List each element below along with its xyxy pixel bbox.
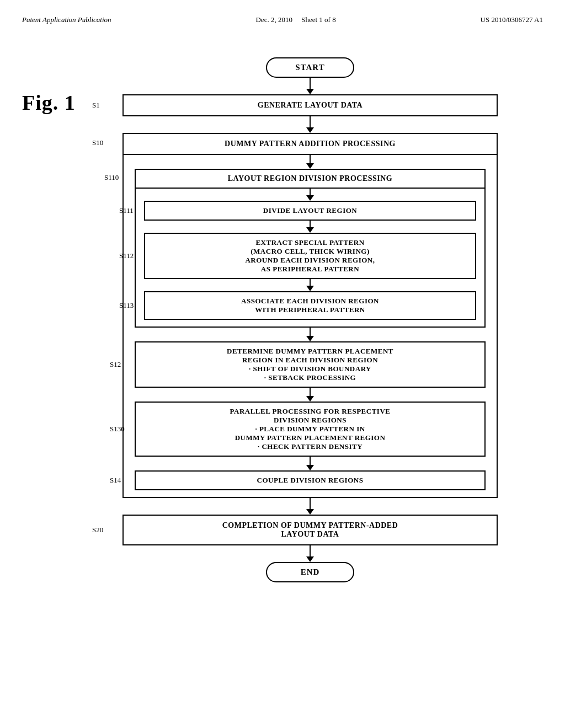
a8 (306, 396, 314, 402)
s110-header: LAYOUT REGION DIVISION PROCESSING (136, 170, 484, 189)
header-date: Dec. 2, 2010 (255, 15, 292, 24)
s110-wrapper: S110 LAYOUT REGION DIVISION PROCESSING (135, 169, 486, 328)
a4 (306, 195, 314, 201)
s12-label: S12 (110, 360, 121, 369)
connector-line-2 (310, 116, 311, 127)
header-publication-label: Patent Application Publication (22, 15, 111, 24)
c8 (310, 388, 311, 396)
arrow-down (306, 89, 314, 94)
c4 (310, 189, 311, 195)
c10 (310, 498, 311, 509)
s14-box: COUPLE DIVISION REGIONS (135, 470, 486, 490)
a10 (306, 509, 314, 515)
s1-box: GENERATE LAYOUT DATA (122, 94, 498, 116)
a5 (306, 227, 314, 233)
s1-row: S1 GENERATE LAYOUT DATA (122, 94, 498, 116)
s113-box: ASSOCIATE EACH DIVISION REGION WITH PERI… (144, 291, 476, 320)
s112-row: S112 EXTRACT SPECIAL PATTERN (MACRO CELL… (144, 233, 476, 279)
s10-header: DUMMY PATTERN ADDITION PROCESSING (124, 134, 497, 155)
header-sheet: Sheet 1 of 8 (301, 15, 335, 24)
s130-label: S130 (110, 425, 125, 433)
flowchart: START S1 GENERATE LAYOUT DATA S10 DUMMY … (122, 57, 498, 582)
c3 (310, 155, 311, 163)
a9 (306, 465, 314, 470)
s111-label: S111 (119, 206, 134, 215)
s113-label: S113 (119, 301, 134, 310)
a7 (306, 336, 314, 341)
s130-row: S130 PARALLEL PROCESSING FOR RESPECTIVE … (135, 402, 486, 457)
page-header: Patent Application Publication Dec. 2, 2… (22, 11, 543, 35)
s110-label: S110 (104, 173, 119, 182)
s1-label: S1 (92, 101, 100, 110)
s111-box: DIVIDE LAYOUT REGION (144, 201, 476, 221)
diagram-area: Fig. 1 START S1 GENERATE LAYOUT DATA S10… (22, 57, 543, 582)
a11 (306, 556, 314, 562)
s10-group: DUMMY PATTERN ADDITION PROCESSING S110 L… (122, 133, 498, 498)
s20-row: S20 COMPLETION OF DUMMY PATTERN-ADDED LA… (122, 515, 498, 545)
s112-box: EXTRACT SPECIAL PATTERN (MACRO CELL, THI… (144, 233, 476, 279)
a3 (306, 163, 314, 169)
page: Patent Application Publication Dec. 2, 2… (0, 0, 565, 728)
s14-row: S14 COUPLE DIVISION REGIONS (135, 470, 486, 490)
arrow-down-2 (306, 127, 314, 133)
s110-group: LAYOUT REGION DIVISION PROCESSING S111 D… (135, 169, 486, 328)
figure-label: Fig. 1 (22, 90, 76, 115)
c7 (310, 328, 311, 336)
c11 (310, 545, 311, 556)
s10-label: S10 (92, 138, 103, 147)
s10-content: S110 LAYOUT REGION DIVISION PROCESSING (124, 155, 497, 497)
s20-box: COMPLETION OF DUMMY PATTERN-ADDED LAYOUT… (122, 515, 498, 545)
start-terminal: START (266, 57, 354, 78)
s14-label: S14 (110, 476, 121, 485)
c6 (310, 279, 311, 286)
s12-box: DETERMINE DUMMY PATTERN PLACEMENT REGION… (135, 341, 486, 388)
s12-row: S12 DETERMINE DUMMY PATTERN PLACEMENT RE… (135, 341, 486, 388)
s112-label: S112 (119, 251, 134, 260)
s130-box: PARALLEL PROCESSING FOR RESPECTIVE DIVIS… (135, 402, 486, 457)
header-date-sheet: Dec. 2, 2010 Sheet 1 of 8 (255, 15, 335, 24)
header-patent-number: US 2010/0306727 A1 (481, 15, 543, 24)
c5 (310, 221, 311, 227)
s113-row: S113 ASSOCIATE EACH DIVISION REGION WITH… (144, 291, 476, 320)
s110-content: S111 DIVIDE LAYOUT REGION S112 (136, 189, 484, 326)
s111-row: S111 DIVIDE LAYOUT REGION (144, 201, 476, 221)
c9 (310, 457, 311, 465)
a6 (306, 286, 314, 291)
s10-wrapper: S10 DUMMY PATTERN ADDITION PROCESSING S1… (122, 133, 498, 498)
end-terminal: END (266, 562, 354, 582)
s20-label: S20 (92, 526, 103, 534)
connector-line (310, 78, 311, 89)
